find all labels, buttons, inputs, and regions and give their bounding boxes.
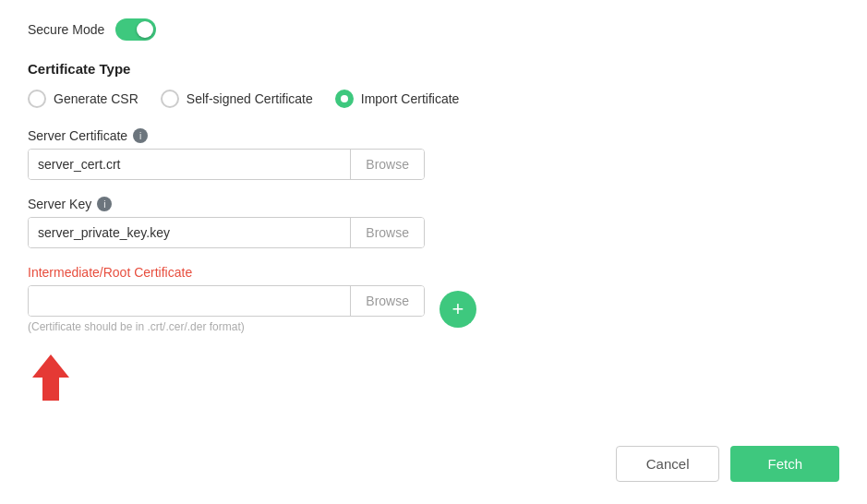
server-cert-browse-button[interactable]: Browse xyxy=(350,150,424,179)
server-key-input[interactable] xyxy=(29,218,350,247)
server-cert-label-row: Server Certificate i xyxy=(28,128,839,143)
intermediate-cert-field: Intermediate/Root Certificate Browse (Ce… xyxy=(28,265,839,333)
server-key-input-group: Browse xyxy=(28,217,425,248)
server-cert-input[interactable] xyxy=(29,150,350,179)
add-intermediate-cert-button[interactable]: + xyxy=(440,291,476,328)
radio-circle-generate-csr xyxy=(28,90,46,108)
certificate-type-section: Certificate Type Generate CSR Self-signe… xyxy=(28,61,839,108)
secure-mode-row: Secure Mode xyxy=(28,18,839,41)
fetch-button[interactable]: Fetch xyxy=(730,446,839,482)
radio-generate-csr[interactable]: Generate CSR xyxy=(28,90,138,108)
radio-label-generate-csr: Generate CSR xyxy=(54,91,138,106)
footer-buttons: Cancel Fetch xyxy=(616,446,839,482)
radio-import-cert[interactable]: Import Certificate xyxy=(335,90,460,108)
intermediate-cert-label: Intermediate/Root Certificate xyxy=(28,265,192,280)
server-cert-input-group: Browse xyxy=(28,149,425,180)
server-cert-info-icon[interactable]: i xyxy=(133,128,148,143)
intermediate-cert-row: Browse (Certificate should be in .crt/.c… xyxy=(28,285,839,333)
server-key-field: Server Key i Browse xyxy=(28,197,839,248)
server-certificate-field: Server Certificate i Browse xyxy=(28,128,839,180)
intermediate-cert-label-row: Intermediate/Root Certificate xyxy=(28,265,839,280)
secure-mode-label: Secure Mode xyxy=(28,22,104,37)
secure-mode-toggle[interactable] xyxy=(115,18,156,41)
server-key-info-icon[interactable]: i xyxy=(97,197,112,211)
radio-group: Generate CSR Self-signed Certificate Imp… xyxy=(28,90,839,108)
radio-label-import-cert: Import Certificate xyxy=(361,91,460,106)
svg-marker-0 xyxy=(32,354,69,401)
server-key-label: Server Key xyxy=(28,197,91,211)
up-arrow-icon xyxy=(28,350,74,408)
radio-label-self-signed: Self-signed Certificate xyxy=(187,91,313,106)
intermediate-cert-browse-button[interactable]: Browse xyxy=(350,286,424,316)
cancel-button[interactable]: Cancel xyxy=(616,446,720,482)
intermediate-cert-input-group: Browse xyxy=(28,285,425,317)
radio-circle-self-signed xyxy=(161,90,179,108)
arrow-area xyxy=(28,350,839,408)
intermediate-cert-input[interactable] xyxy=(29,286,350,316)
radio-circle-import-cert xyxy=(335,90,354,108)
intermediate-cert-hint: (Certificate should be in .crt/.cer/.der… xyxy=(28,320,425,333)
server-key-browse-button[interactable]: Browse xyxy=(350,218,424,247)
server-cert-label: Server Certificate xyxy=(28,128,127,143)
certificate-type-heading: Certificate Type xyxy=(28,61,839,77)
intermediate-cert-block: Browse (Certificate should be in .crt/.c… xyxy=(28,285,425,333)
server-key-label-row: Server Key i xyxy=(28,197,839,211)
radio-self-signed[interactable]: Self-signed Certificate xyxy=(161,90,313,108)
